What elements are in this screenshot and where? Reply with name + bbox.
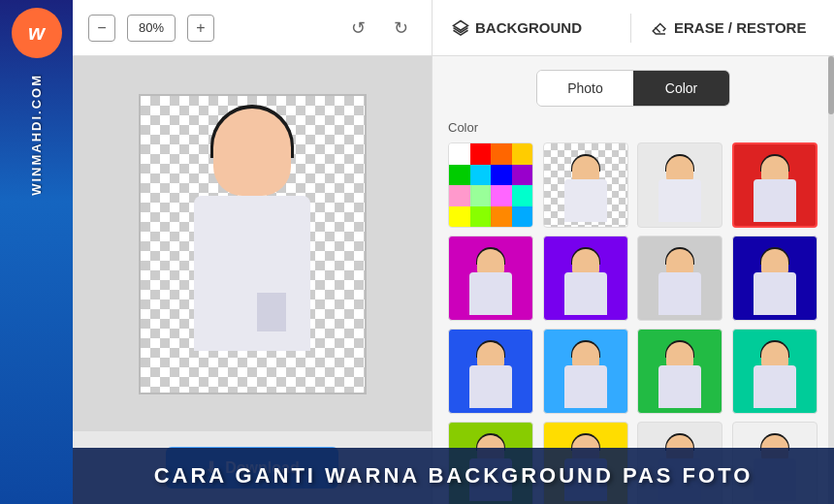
purple-bg-thumb[interactable] (543, 236, 628, 321)
zoom-value-display: 80% (127, 15, 176, 42)
bottom-banner: CARA GANTI WARNA BACKGROUND PAS FOTO (73, 448, 834, 504)
thumbnails-row-2 (448, 236, 818, 321)
background-tab[interactable]: BACKGROUND (452, 19, 582, 37)
panel-content: Photo Color Color (433, 56, 834, 504)
panel-header: BACKGROUND ERASE / RESTORE (433, 0, 834, 56)
canvas-container (73, 56, 432, 431)
person-figure (175, 99, 330, 390)
scrollbar-track[interactable] (828, 56, 834, 504)
main-canvas-area: − 80% + ↺ ↻ ⬇ Download (73, 0, 432, 504)
panel-divider (630, 14, 631, 43)
red-bg-thumb[interactable] (732, 142, 818, 228)
color-mode-tab[interactable]: Color (633, 71, 729, 106)
background-tab-label: BACKGROUND (475, 19, 582, 36)
eraser-icon (651, 19, 668, 37)
thumbnails-row-3 (448, 329, 818, 414)
gray-bg-thumb[interactable] (637, 236, 722, 321)
photo-frame (139, 94, 367, 394)
green-bg-thumb[interactable] (637, 329, 722, 414)
layers-icon (452, 19, 469, 37)
lightblue-bg-thumb[interactable] (543, 329, 628, 414)
undo-button[interactable]: ↺ (342, 13, 373, 44)
photo-mode-tab[interactable]: Photo (537, 71, 633, 106)
app-logo[interactable]: w (12, 8, 62, 58)
erase-tab[interactable]: ERASE / RESTORE (651, 19, 806, 37)
color-section-label: Color (448, 120, 818, 135)
erase-tab-label: ERASE / RESTORE (674, 19, 806, 36)
person-body (194, 196, 310, 351)
zoom-in-button[interactable]: + (187, 15, 214, 42)
mode-tabs: Photo Color (536, 70, 730, 107)
redo-button[interactable]: ↻ (385, 13, 416, 44)
brand-text: WINMAHDI.COM (29, 74, 44, 196)
teal-bg-thumb[interactable] (732, 329, 818, 414)
person-head (213, 109, 291, 196)
thumbnails-row-1 (448, 142, 818, 228)
zoom-out-button[interactable]: − (88, 15, 115, 42)
person-collar (257, 293, 286, 331)
transparent-bg-thumb[interactable] (543, 142, 628, 228)
color-palette-swatch[interactable] (448, 142, 533, 228)
scrollbar-thumb[interactable] (828, 56, 834, 114)
magenta-bg-thumb[interactable] (448, 236, 533, 321)
left-sidebar: w WINMAHDI.COM (0, 0, 73, 504)
right-panel: BACKGROUND ERASE / RESTORE Photo Color C… (432, 0, 834, 504)
canvas-toolbar: − 80% + ↺ ↻ (73, 0, 432, 56)
blue-bg-thumb[interactable] (448, 329, 533, 414)
person-silhouette (141, 96, 365, 393)
banner-text: CARA GANTI WARNA BACKGROUND PAS FOTO (154, 463, 754, 488)
white-bg-thumb[interactable] (637, 142, 722, 228)
darkblue-bg-thumb[interactable] (732, 236, 818, 321)
